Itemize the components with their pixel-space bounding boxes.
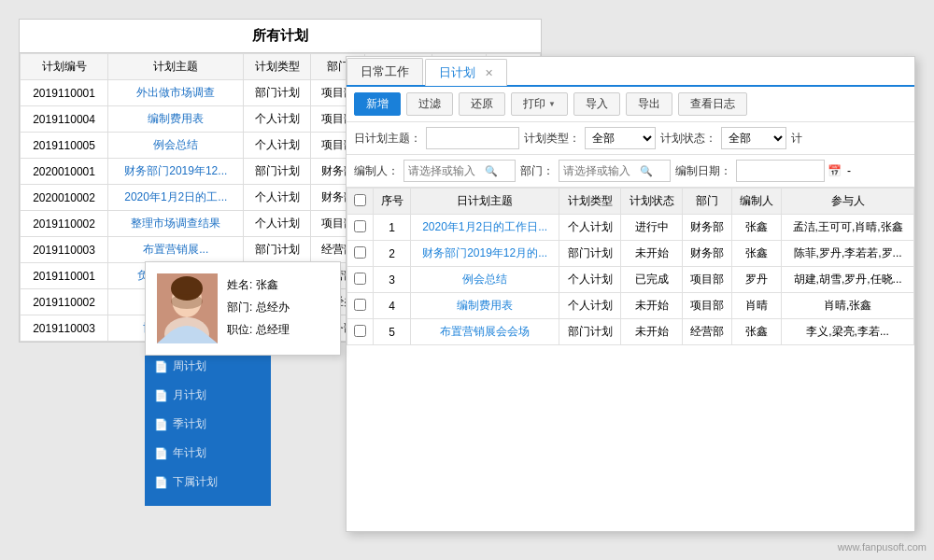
sidebar-item-下属计划[interactable]: 📄 下属计划 [145,468,271,497]
status-filter-select[interactable]: 全部 未开始 进行中 已完成 [721,127,786,149]
editor-filter-wrapper: 🔍 [403,160,516,182]
export-button[interactable]: 导出 [626,92,672,116]
sidebar-item-季计划[interactable]: 📄 季计划 [145,410,271,439]
view-log-button[interactable]: 查看日志 [678,92,747,116]
table-row[interactable]: 5布置营销展会会场部门计划未开始经营部张鑫李义,梁亮,李若... [347,319,914,345]
main-col-header: 部门 [683,189,732,215]
plan-theme[interactable]: 2020年1月2日的工作日... [411,215,559,241]
plan-theme[interactable]: 布置营销展会会场 [411,319,559,345]
main-col-header: 计划类型 [559,189,621,215]
main-col-header: 参与人 [782,189,914,215]
import-button[interactable]: 导入 [573,92,620,116]
dept-search-icon[interactable]: 🔍 [640,165,653,177]
bg-panel-title: 所有计划 [20,20,541,53]
editor-filter-input[interactable] [408,164,483,177]
filter-button[interactable]: 过滤 [406,92,453,116]
date-start-input[interactable] [736,160,825,182]
sidebar-item-icon: 📄 [154,389,167,402]
main-col-header: 序号 [374,189,411,215]
print-arrow-icon: ▼ [548,100,556,108]
sidebar-item-周计划[interactable]: 📄 周计划 [145,352,271,381]
avatar [157,273,218,343]
editor-filter-label: 编制人： [354,163,399,179]
person-position: 职位: 总经理 [227,318,290,341]
content-area[interactable]: 序号日计划主题计划类型计划状态部门编制人参与人 12020年1月2日的工作日..… [347,188,914,531]
row-checkbox[interactable] [354,299,366,311]
date-filter-wrapper: 📅 - [736,160,854,182]
theme-filter-input[interactable] [426,127,519,149]
dept-filter-wrapper: 🔍 [559,160,671,182]
plan-theme[interactable]: 财务部门2019年12月的... [411,241,559,267]
table-row[interactable]: 12020年1月2日的工作日...个人计划进行中财务部张鑫孟洁,王可可,肖晴,张… [347,215,914,241]
sidebar-item-年计划[interactable]: 📄 年计划 [145,439,271,468]
table-row[interactable]: 4编制费用表个人计划未开始项目部肖晴肖晴,张鑫 [347,293,914,319]
type-filter-wrapper: 全部 个人计划 部门计划 [585,127,656,149]
plan-theme[interactable]: 例会总结 [411,267,559,293]
type-filter-select[interactable]: 全部 个人计划 部门计划 [585,127,656,149]
sidebar-item-label: 月计划 [173,387,206,403]
dept-filter-label: 部门： [520,163,554,179]
date-dash: - [844,164,854,177]
watermark: www.fanpusoft.com [838,541,927,553]
status-filter-wrapper: 全部 未开始 进行中 已完成 [721,127,786,149]
sidebar-item-label: 季计划 [173,416,206,432]
row-checkbox[interactable] [354,273,366,285]
person-card: 姓名: 张鑫 部门: 总经办 职位: 总经理 [145,261,341,356]
sidebar-item-icon: 📄 [154,418,167,431]
main-col-header: 编制人 [732,189,782,215]
toolbar: 新增 过滤 还原 打印 ▼ 导入 导出 查看日志 [347,87,914,122]
tab-daily-work[interactable]: 日常工作 [347,58,423,85]
main-col-header: 计划状态 [621,189,683,215]
restore-button[interactable]: 还原 [459,92,505,116]
dept-filter-input[interactable] [563,164,638,177]
person-info: 姓名: 张鑫 部门: 总经办 职位: 总经理 [227,273,290,341]
sidebar-item-icon: 📄 [154,447,167,460]
main-col-header: 日计划主题 [411,189,559,215]
svg-point-4 [171,294,203,309]
filter-row-2: 编制人： 🔍 部门： 🔍 编制日期： 📅 - [347,155,914,188]
table-row[interactable]: 2财务部门2019年12月的...部门计划未开始财务部张鑫陈菲,罗丹,李若若,罗… [347,241,914,267]
theme-filter-label: 日计划主题： [354,131,421,147]
row-checkbox[interactable] [354,325,366,337]
plan-theme[interactable]: 编制费用表 [411,293,559,319]
editor-search-icon[interactable]: 🔍 [485,165,498,177]
tab-close-icon[interactable]: ✕ [485,67,493,78]
table-row[interactable]: 3例会总结个人计划已完成项目部罗丹胡建,胡雪,罗丹,任晓... [347,267,914,293]
person-dept: 部门: 总经办 [227,296,290,318]
add-button[interactable]: 新增 [354,92,401,116]
row-checkbox[interactable] [354,246,366,259]
tabs-bar: 日常工作 日计划 ✕ [347,57,914,87]
bg-col-header: 计划类型 [244,54,311,80]
extra-filter-label: 计 [791,131,802,147]
status-filter-label: 计划状态： [660,131,716,147]
date-separator: 📅 [828,164,842,177]
bg-col-header: 计划编号 [21,54,108,80]
sidebar-item-月计划[interactable]: 📄 月计划 [145,381,271,410]
sidebar-item-label: 年计划 [173,445,206,461]
type-filter-label: 计划类型： [524,131,580,147]
select-all-checkbox[interactable] [354,194,366,206]
sidebar-item-icon: 📄 [154,360,167,373]
bg-col-header: 计划主题 [108,54,244,80]
main-col-header [347,189,374,215]
row-checkbox[interactable] [354,220,366,232]
sidebar-item-label: 周计划 [173,358,206,374]
filter-row-1: 日计划主题： 计划类型： 全部 个人计划 部门计划 计划状态： 全部 未开始 进… [347,122,914,155]
print-button[interactable]: 打印 ▼ [511,92,568,116]
sidebar-item-label: 下属计划 [173,474,218,490]
person-name: 姓名: 张鑫 [227,273,290,296]
tab-daily-plan[interactable]: 日计划 ✕ [425,59,507,86]
date-filter-label: 编制日期： [675,163,731,179]
main-panel: 日常工作 日计划 ✕ 新增 过滤 还原 打印 ▼ 导入 导出 查看日志 日计划主… [346,56,915,532]
main-table: 序号日计划主题计划类型计划状态部门编制人参与人 12020年1月2日的工作日..… [347,188,914,345]
sidebar-item-icon: 📄 [154,476,167,489]
